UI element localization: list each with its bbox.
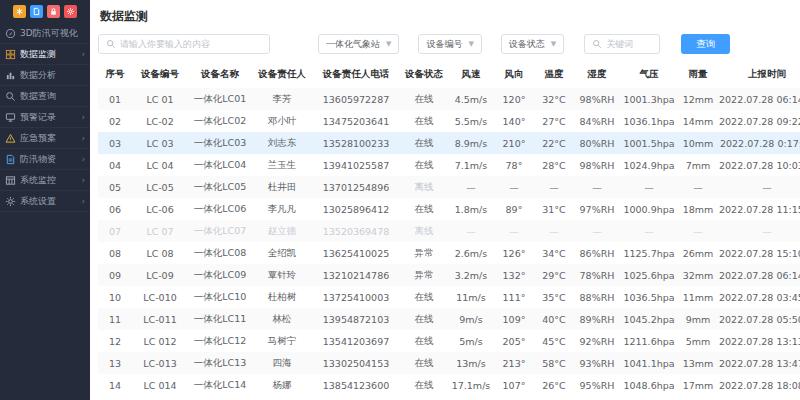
table-cell: 28°C [534, 154, 574, 176]
sidebar-item-flood-materials[interactable]: 防汛物资› [0, 149, 90, 170]
table-row[interactable]: 14LC 014一体化LC14杨娜13854123600在线17.1m/s107… [98, 374, 800, 396]
file-icon[interactable] [30, 5, 43, 18]
table-cell: 11mm [678, 286, 718, 308]
table-cell: 一体化LC04 [188, 154, 252, 176]
table-cell: 一体化LC10 [188, 286, 252, 308]
filter-dropdown-2[interactable]: 设备状态▼ [501, 34, 564, 54]
table-cell: 1.8m/s [448, 198, 494, 220]
table-cell: 126° [494, 242, 534, 264]
table-cell: 1000.9hpa [620, 198, 678, 220]
table-cell: 13mm [678, 352, 718, 374]
main-content: 数据监测 请输入你要输入的内容 一体化气象站▼设备编号▼设备状态▼ 关键词 查询… [90, 0, 800, 400]
column-header: 温度 [534, 61, 574, 88]
pagination: 共23条 每页14条 ▲ 上一页 123··· 下一页 [98, 396, 792, 400]
table-row[interactable]: 06LC-06一体化LC06李凡凡13025896412在线1.8m/s89°3… [98, 198, 800, 220]
table-cell: 5m/s [448, 330, 494, 352]
gear-icon [5, 196, 16, 207]
table-row[interactable]: 10LC-010一体化LC10杜柏树13725410003在线11m/s111°… [98, 286, 800, 308]
chevron-right-icon: › [81, 154, 85, 164]
table-cell: — [534, 176, 574, 198]
table-row[interactable]: 05LC-05一体化LC05杜井田13701254896离线——————— [98, 176, 800, 198]
table-cell: LC-010 [132, 286, 188, 308]
table-cell: 10 [98, 286, 132, 308]
table-cell: 刘志东 [252, 132, 312, 154]
sidebar-item-system-settings[interactable]: 系统设置› [0, 191, 90, 212]
table-cell: 86%RH [574, 242, 620, 264]
table-row[interactable]: 13LC-013一体化LC13四海13302504153在线13m/s213°5… [98, 352, 800, 374]
table-cell: 13625410025 [312, 242, 400, 264]
column-header: 序号 [98, 61, 132, 88]
chevron-right-icon: › [81, 112, 85, 122]
sidebar-item-system-monitor[interactable]: 系统监控› [0, 170, 90, 191]
table-row[interactable]: 09LC-09一体化LC09覃针玲13210214786异常3.2m/s132°… [98, 264, 800, 286]
document-icon [5, 154, 16, 165]
table-cell: 一体化LC12 [188, 330, 252, 352]
table-cell: 1211.6hpa [620, 330, 678, 352]
search-input[interactable]: 请输入你要输入的内容 [98, 34, 270, 54]
lock-icon[interactable] [47, 5, 60, 18]
table-cell: 13210214786 [312, 264, 400, 286]
table-cell: 1036.1hpa [620, 110, 678, 132]
table-row[interactable]: 02LC-02一体化LC02邓小叶13475203641在线5.5m/s140°… [98, 110, 800, 132]
table-cell: 02 [98, 110, 132, 132]
status-badge: 异常 [400, 242, 448, 264]
table-cell: 89° [494, 198, 534, 220]
sidebar-item-data-monitor[interactable]: 数据监测› [0, 44, 90, 65]
table-cell: 2022.07.28 0:17:22 [718, 132, 800, 154]
dashboard-icon [5, 49, 16, 60]
table-cell: 2022.07.28 18:08:15 [718, 374, 800, 396]
sidebar-item-label: 应急预案 [20, 132, 56, 145]
table-row[interactable]: 08LC 08一体化LC08全绍凯13625410025异常2.6m/s126°… [98, 242, 800, 264]
search-icon [592, 39, 602, 49]
table-cell: 4.5m/s [448, 88, 494, 110]
table-cell: 14 [98, 374, 132, 396]
sidebar-item-3d-visual[interactable]: 3D防汛可视化 [0, 23, 90, 44]
table-row[interactable]: 01LC 01一体化LC01李芳13605972287在线4.5m/s120°3… [98, 88, 800, 110]
table-row[interactable]: 11LC-011一体化LC11林松13954872103在线9m/s109°40… [98, 308, 800, 330]
sidebar-item-warning-records[interactable]: 预警记录› [0, 107, 90, 128]
table-row[interactable]: 07LC 07一体化LC07赵立德13520369478离线——————— [98, 220, 800, 242]
chevron-right-icon: › [81, 175, 85, 185]
table-row[interactable]: 04LC 04一体化LC04兰玉生13941025587在线7.1m/s78°2… [98, 154, 800, 176]
table-cell: 1024.9hpa [620, 154, 678, 176]
chevron-down-icon: ▼ [386, 40, 391, 48]
sidebar-item-label: 数据查询 [20, 90, 56, 103]
sidebar-item-emergency-plan[interactable]: 应急预案› [0, 128, 90, 149]
table-cell: 1045.2hpa [620, 308, 678, 330]
monitor-icon [5, 112, 16, 123]
filter-dropdown-0[interactable]: 一体化气象站▼ [318, 34, 399, 54]
table-cell: 一体化LC02 [188, 110, 252, 132]
table-cell: 31°C [534, 198, 574, 220]
asterisk-icon[interactable] [13, 5, 26, 18]
keyword-input[interactable]: 关键词 [584, 34, 660, 54]
table-cell: 5mm [678, 330, 718, 352]
table-cell: 32°C [534, 88, 574, 110]
table-cell: 2022.07.28 15:10:11 [718, 242, 800, 264]
compass-icon [5, 28, 16, 39]
column-header: 设备状态 [400, 61, 448, 88]
sidebar-item-data-query[interactable]: 数据查询 [0, 86, 90, 107]
gear-white-icon[interactable] [64, 5, 77, 18]
status-badge: 在线 [400, 88, 448, 110]
sidebar-item-data-analysis[interactable]: 数据分析 [0, 65, 90, 86]
status-badge: 在线 [400, 352, 448, 374]
table-cell: 03 [98, 132, 132, 154]
table-cell: 一体化LC06 [188, 198, 252, 220]
table-cell: 2022.07.28 09:22:06 [718, 110, 800, 132]
table-cell: 78%RH [574, 264, 620, 286]
table-row[interactable]: 03LC 03一体化LC03刘志东13528100233在线8.9m/s210°… [98, 132, 800, 154]
table-body: 01LC 01一体化LC01李芳13605972287在线4.5m/s120°3… [98, 88, 800, 396]
table-cell: 05 [98, 176, 132, 198]
table-cell: 一体化LC14 [188, 374, 252, 396]
table-row[interactable]: 12LC 012一体化LC12马树宁13541203697在线5m/s205°4… [98, 330, 800, 352]
query-button[interactable]: 查询 [681, 34, 730, 54]
table-cell: 98%RH [574, 88, 620, 110]
table-cell: 45°C [534, 330, 574, 352]
filter-dropdown-1[interactable]: 设备编号▼ [418, 34, 481, 54]
table-cell: 78° [494, 154, 534, 176]
column-header: 设备编号 [132, 61, 188, 88]
table-cell: 92%RH [574, 330, 620, 352]
sidebar-item-label: 系统监控 [20, 174, 56, 187]
table-cell: 07 [98, 220, 132, 242]
table-cell: 13475203641 [312, 110, 400, 132]
